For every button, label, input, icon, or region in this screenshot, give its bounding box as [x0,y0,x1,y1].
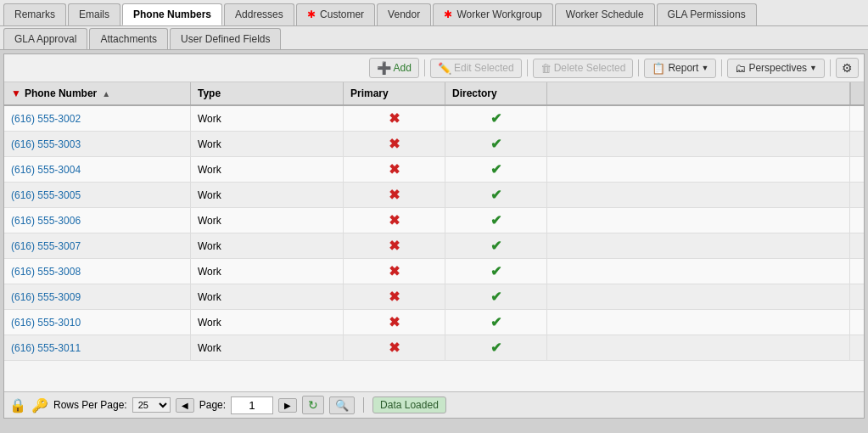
phone-link[interactable]: (616) 555-3008 [11,266,81,278]
check-yes-icon: ✔ [490,289,501,305]
table-row[interactable]: (616) 555-3002Work✖✔ [4,106,864,132]
phone-link[interactable]: (616) 555-3004 [11,164,81,176]
primary-cell: ✖ [344,310,445,335]
phone-cell: (616) 555-3007 [4,233,191,258]
col-directory[interactable]: Directory [445,82,547,104]
perspectives-button[interactable]: 🗂 Perspectives ▼ [727,59,825,78]
grid-body: (616) 555-3002Work✖✔(616) 555-3003Work✖✔… [4,106,864,391]
primary-cell: ✖ [344,233,445,258]
type-cell: Work [191,284,344,309]
phone-cell: (616) 555-3008 [4,259,191,284]
add-label: Add [394,62,412,74]
search-button[interactable]: 🔍 [329,396,355,414]
phone-link[interactable]: (616) 555-3009 [11,291,81,303]
table-row[interactable]: (616) 555-3010Work✖✔ [4,310,864,335]
grid-header: ▼ Phone Number ▲ Type Primary Directory [4,82,864,106]
tab-addresses[interactable]: Addresses [224,3,294,25]
table-row[interactable]: (616) 555-3011Work✖✔ [4,335,864,361]
table-row[interactable]: (616) 555-3006Work✖✔ [4,208,864,233]
tab-phone-numbers[interactable]: Phone Numbers [122,3,222,25]
phone-link[interactable]: (616) 555-3003 [11,138,81,150]
tab-vendor[interactable]: Vendor [377,3,431,25]
phone-cell: (616) 555-3011 [4,335,191,360]
tab-remarks[interactable]: Remarks [3,3,66,25]
phone-link[interactable]: (616) 555-3005 [11,189,81,201]
table-row[interactable]: (616) 555-3008Work✖✔ [4,259,864,284]
phone-cell: (616) 555-3005 [4,183,191,207]
primary-cell: ✖ [344,284,445,309]
add-button[interactable]: ➕ Add [369,58,419,78]
tab-attachments[interactable]: Attachments [89,28,168,49]
tab-worker-workgroup[interactable]: ✱ Worker Workgroup [433,3,553,25]
directory-cell: ✔ [445,132,547,156]
tab-worker-schedule[interactable]: Worker Schedule [555,3,655,25]
perspectives-icon: 🗂 [735,62,746,75]
delete-label: Delete Selected [554,62,626,74]
separator-footer [363,397,364,413]
table-row[interactable]: (616) 555-3005Work✖✔ [4,183,864,208]
page-label: Page: [199,399,226,411]
col-phone-number[interactable]: ▼ Phone Number ▲ [4,82,191,104]
tab-bar-bottom: GLA ApprovalAttachmentsUser Defined Fiel… [0,26,868,50]
check-yes-icon: ✔ [490,110,501,127]
phone-link[interactable]: (616) 555-3011 [11,342,81,354]
phone-cell: (616) 555-3003 [4,132,191,156]
primary-cell: ✖ [344,259,445,284]
phone-link[interactable]: (616) 555-3006 [11,215,81,227]
tab-emails[interactable]: Emails [68,3,120,25]
extra-cell [547,259,850,284]
extra-cell [547,335,850,360]
directory-cell: ✔ [445,259,547,284]
prev-page-button[interactable]: ◀ [176,398,194,413]
tab-gla-permissions[interactable]: GLA Permissions [657,3,757,25]
filter-icon: ▼ [11,87,21,99]
rows-per-page-label: Rows Per Page: [53,399,127,411]
rows-per-page-select[interactable]: 25 50 100 [132,397,171,413]
check-no-icon: ✖ [389,187,400,203]
phone-cell: (616) 555-3002 [4,106,191,131]
col-primary[interactable]: Primary [344,82,445,104]
gear-icon: ⚙ [842,61,853,75]
check-no-icon: ✖ [389,314,400,330]
col-type[interactable]: Type [191,82,344,104]
phone-link[interactable]: (616) 555-3002 [11,113,81,125]
primary-cell: ✖ [344,208,445,233]
check-yes-icon: ✔ [490,187,501,203]
primary-cell: ✖ [344,335,445,360]
refresh-button[interactable]: ↻ [302,396,324,414]
sort-icon: ▲ [102,89,110,98]
check-yes-icon: ✔ [490,136,501,152]
col-directory-label: Directory [452,87,497,99]
tab-gla-approval[interactable]: GLA Approval [3,28,87,49]
type-cell: Work [191,310,344,335]
next-page-button[interactable]: ▶ [278,398,297,413]
extra-cell [547,233,850,258]
lock-icon: 🔒 [9,397,26,413]
delete-selected-button[interactable]: 🗑 Delete Selected [533,59,634,78]
tab-bar-top: RemarksEmailsPhone NumbersAddresses✱ Cus… [0,0,868,26]
col-type-label: Type [198,87,221,99]
phone-link[interactable]: (616) 555-3010 [11,317,81,329]
settings-button[interactable]: ⚙ [836,58,859,78]
primary-cell: ✖ [344,183,445,207]
type-cell: Work [191,208,344,233]
phone-cell: (616) 555-3006 [4,208,191,233]
tab-user-defined-fields[interactable]: User Defined Fields [170,28,281,49]
table-row[interactable]: (616) 555-3007Work✖✔ [4,233,864,259]
table-row[interactable]: (616) 555-3003Work✖✔ [4,132,864,157]
phone-link[interactable]: (616) 555-3007 [11,240,81,252]
check-no-icon: ✖ [389,212,400,228]
tab-customer[interactable]: ✱ Customer [296,3,375,25]
directory-cell: ✔ [445,284,547,309]
phone-cell: (616) 555-3010 [4,310,191,335]
separator-2 [527,59,528,76]
table-row[interactable]: (616) 555-3009Work✖✔ [4,284,864,310]
check-yes-icon: ✔ [490,263,501,279]
report-dropdown-icon: ▼ [701,64,708,72]
table-row[interactable]: (616) 555-3004Work✖✔ [4,157,864,183]
report-button[interactable]: 📋 Report ▼ [644,59,716,78]
edit-selected-button[interactable]: ✏️ Edit Selected [430,59,522,78]
edit-label: Edit Selected [454,62,514,74]
page-input[interactable] [231,396,273,414]
key-icon: 🔑 [31,397,48,413]
